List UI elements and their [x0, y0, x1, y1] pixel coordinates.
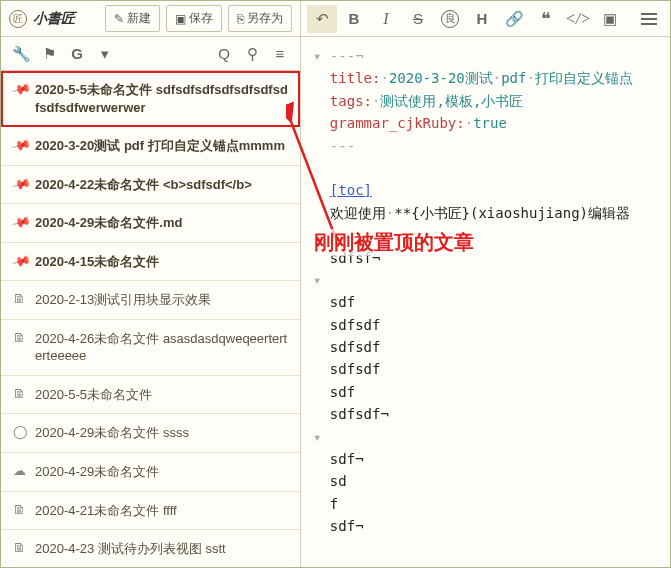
file-title: 2020-2-13测试引用块显示效果 — [35, 291, 211, 309]
file-title: 2020-4-26未命名文件 asasdasdqweqeerterterteee… — [35, 330, 288, 365]
saveas-icon: ⎘ — [237, 12, 244, 26]
list-menu-icon[interactable]: ≡ — [268, 42, 292, 66]
file-item-7[interactable]: 🗎2020-5-5未命名文件 — [1, 376, 300, 415]
file-item-11[interactable]: 🗎2020-4-23 测试待办列表视图 sstt — [1, 530, 300, 567]
file-title: 2020-4-22未命名文件 <b>sdfsdf</b> — [35, 176, 252, 194]
file-item-0[interactable]: 📌2020-5-5未命名文件 sdfsdfsdfsdfsdfsdfsdfsdfs… — [1, 71, 300, 127]
editor-area[interactable]: ▾ ---¬ title:·2020-3-20测试·pdf·打印自定义锚点 ta… — [301, 37, 670, 567]
file-title: 2020-3-20测试 pdf 打印自定义锚点mmmm — [35, 137, 285, 155]
save-button[interactable]: ▣保存 — [166, 5, 222, 32]
file-title: 2020-5-5未命名文件 — [35, 386, 152, 404]
hamburger-icon — [641, 13, 657, 25]
flag-icon[interactable]: ⚑ — [37, 42, 61, 66]
file-list: 📌2020-5-5未命名文件 sdfsdfsdfsdfsdfsdfsdfsdfs… — [1, 71, 300, 567]
top-toolbar: 匠 小書匠 ✎新建 ▣保存 ⎘另存为 ↶ B I S 良 H 🔗 ❝ </> ▣ — [1, 1, 670, 37]
circle-button[interactable]: 良 — [435, 5, 465, 33]
doc-icon: 🗎 — [13, 540, 27, 557]
file-title: 2020-4-29未命名文件 ssss — [35, 424, 189, 442]
pin-icon: 📌 — [13, 214, 27, 231]
save-icon: ▣ — [175, 12, 186, 26]
file-title: 2020-4-21未命名文件 ffff — [35, 502, 177, 520]
gh-icon: ◯ — [13, 424, 27, 441]
app-logo-icon: 匠 — [9, 10, 27, 28]
g-button[interactable]: G — [65, 42, 89, 66]
image-button[interactable]: ▣ — [595, 5, 625, 33]
file-item-4[interactable]: 📌2020-4-15未命名文件 — [1, 243, 300, 282]
wrench-icon[interactable]: 🔧 — [9, 42, 33, 66]
file-item-2[interactable]: 📌2020-4-22未命名文件 <b>sdfsdf</b> — [1, 166, 300, 205]
file-item-3[interactable]: 📌2020-4-29未命名文件.md — [1, 204, 300, 243]
sidebar-toolbar: 🔧 ⚑ G ▾ Q ⚲ ≡ — [1, 37, 300, 71]
caret-down-icon[interactable]: ▾ — [93, 42, 117, 66]
code-button[interactable]: </> — [563, 5, 593, 33]
pin-icon: 📌 — [13, 176, 27, 193]
cloud-icon: ☁ — [13, 463, 27, 480]
app-name: 小書匠 — [33, 10, 75, 28]
file-title: 2020-4-15未命名文件 — [35, 253, 159, 271]
file-item-8[interactable]: ◯2020-4-29未命名文件 ssss — [1, 414, 300, 453]
filter-icon[interactable]: ⚲ — [240, 42, 264, 66]
link-button[interactable]: 🔗 — [499, 5, 529, 33]
doc-icon: 🗎 — [13, 330, 27, 347]
file-title: 2020-4-29未命名文件 — [35, 463, 159, 481]
quote-button[interactable]: ❝ — [531, 5, 561, 33]
bold-button[interactable]: B — [339, 5, 369, 33]
file-item-5[interactable]: 🗎2020-2-13测试引用块显示效果 — [1, 281, 300, 320]
search-icon[interactable]: Q — [212, 42, 236, 66]
file-title: 2020-5-5未命名文件 sdfsdfsdfsdfsdfsdfsdfsdfsd… — [35, 81, 288, 116]
heading-button[interactable]: H — [467, 5, 497, 33]
file-title: 2020-4-23 测试待办列表视图 sstt — [35, 540, 226, 558]
saveas-button[interactable]: ⎘另存为 — [228, 5, 292, 32]
pin-icon: 📌 — [13, 137, 27, 154]
doc-icon: 🗎 — [13, 502, 27, 519]
file-item-10[interactable]: 🗎2020-4-21未命名文件 ffff — [1, 492, 300, 531]
doc-icon: 🗎 — [13, 386, 27, 403]
file-item-6[interactable]: 🗎2020-4-26未命名文件 asasdasdqweqeertertertee… — [1, 320, 300, 376]
new-button[interactable]: ✎新建 — [105, 5, 160, 32]
doc-icon: 🗎 — [13, 291, 27, 308]
file-item-9[interactable]: ☁2020-4-29未命名文件 — [1, 453, 300, 492]
pin-icon: 📌 — [13, 253, 27, 270]
sidebar: 🔧 ⚑ G ▾ Q ⚲ ≡ 📌2020-5-5未命名文件 sdfsdfsdfsd… — [1, 37, 301, 567]
italic-button[interactable]: I — [371, 5, 401, 33]
file-title: 2020-4-29未命名文件.md — [35, 214, 182, 232]
menu-button[interactable] — [634, 5, 664, 33]
undo-button[interactable]: ↶ — [307, 5, 337, 33]
file-item-1[interactable]: 📌2020-3-20测试 pdf 打印自定义锚点mmmm — [1, 127, 300, 166]
pencil-icon: ✎ — [114, 12, 124, 26]
pin-icon: 📌 — [13, 81, 27, 98]
strike-button[interactable]: S — [403, 5, 433, 33]
